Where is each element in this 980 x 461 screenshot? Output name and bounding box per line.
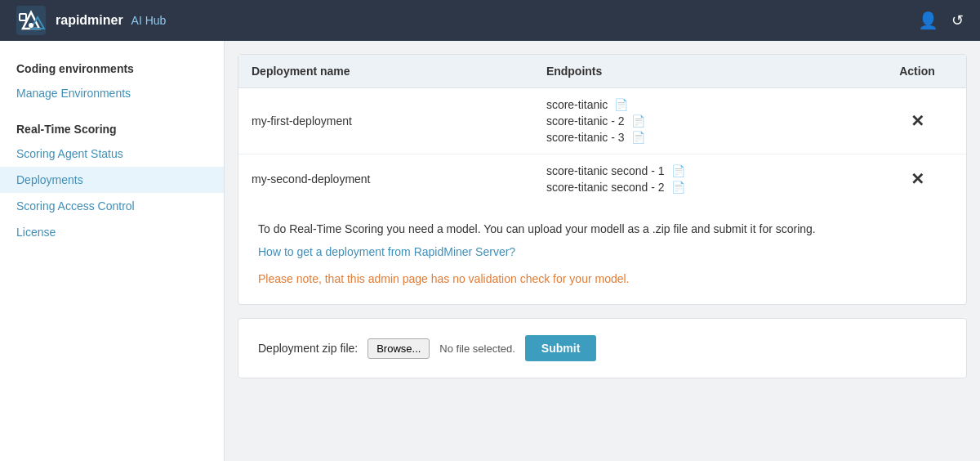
sidebar: Coding environments Manage Environments … — [0, 41, 225, 461]
endpoint-row: score-titanic second - 1 📄 — [546, 163, 855, 179]
main-layout: Coding environments Manage Environments … — [0, 41, 980, 461]
browse-button[interactable]: Browse... — [368, 338, 430, 359]
sidebar-section-scoring: Real-Time Scoring — [0, 114, 224, 141]
endpoint-label: score-titanic second - 2 — [546, 181, 665, 194]
col-endpoints: Endpoints — [533, 55, 868, 88]
brand-name: rapidminer AI Hub — [56, 13, 166, 28]
deployment-name-1: my-first-deployment — [238, 88, 533, 154]
endpoint-label: score-titanic - 2 — [546, 114, 625, 128]
endpoint-label: score-titanic — [546, 98, 608, 111]
action-cell-1: ✕ — [868, 88, 966, 154]
endpoint-row: score-titanic - 3 📄 — [546, 129, 855, 145]
sidebar-item-license[interactable]: License — [0, 219, 224, 245]
action-cell-2: ✕ — [868, 154, 966, 204]
endpoint-label: score-titanic second - 1 — [546, 164, 665, 177]
copy-icon[interactable]: 📄 — [631, 114, 645, 128]
upload-section: Deployment zip file: Browse... No file s… — [238, 319, 966, 378]
logout-icon[interactable]: ↺ — [951, 11, 964, 29]
copy-icon[interactable]: 📄 — [614, 98, 628, 111]
endpoint-label: score-titanic - 3 — [546, 131, 625, 144]
endpoints-2: score-titanic second - 1 📄 score-titanic… — [533, 154, 868, 204]
delete-button-1[interactable]: ✕ — [904, 111, 931, 131]
endpoint-row: score-titanic - 2 📄 — [546, 113, 855, 129]
endpoint-row: score-titanic 📄 — [546, 96, 855, 113]
svg-point-4 — [29, 23, 33, 28]
info-link[interactable]: How to get a deployment from RapidMiner … — [258, 245, 515, 258]
delete-button-2[interactable]: ✕ — [904, 169, 931, 189]
logo-icon — [16, 6, 46, 35]
copy-icon[interactable]: 📄 — [631, 131, 645, 144]
submit-button[interactable]: Submit — [525, 335, 596, 361]
header: rapidminer AI Hub 👤 ↺ — [0, 0, 980, 41]
endpoint-row: score-titanic second - 2 📄 — [546, 179, 855, 195]
deployments-table-card: Deployment name Endpoints Action my-firs… — [238, 54, 967, 305]
endpoints-1: score-titanic 📄 score-titanic - 2 📄 scor… — [533, 88, 868, 154]
sidebar-item-scoring-access-control[interactable]: Scoring Access Control — [0, 193, 224, 219]
table-row: my-first-deployment score-titanic 📄 scor… — [238, 88, 966, 154]
sidebar-item-scoring-agent-status[interactable]: Scoring Agent Status — [0, 141, 224, 167]
copy-icon[interactable]: 📄 — [671, 164, 685, 177]
header-left: rapidminer AI Hub — [16, 6, 166, 35]
info-section: To do Real-Time Scoring you need a model… — [238, 204, 966, 304]
deployments-table: Deployment name Endpoints Action my-firs… — [238, 55, 966, 204]
user-icon[interactable]: 👤 — [918, 11, 938, 30]
col-action: Action — [868, 55, 966, 88]
sidebar-item-deployments[interactable]: Deployments — [0, 167, 224, 193]
info-text-1: To do Real-Time Scoring you need a model… — [258, 220, 947, 238]
sidebar-section-coding: Coding environments — [0, 54, 224, 80]
header-right: 👤 ↺ — [918, 11, 964, 30]
copy-icon[interactable]: 📄 — [671, 181, 685, 194]
table-row: my-second-deployment score-titanic secon… — [238, 154, 966, 204]
upload-card: Deployment zip file: Browse... No file s… — [238, 318, 967, 378]
table-header-row: Deployment name Endpoints Action — [238, 55, 966, 88]
deployment-name-2: my-second-deployment — [238, 154, 533, 204]
no-file-text: No file selected. — [439, 342, 515, 355]
col-deployment-name: Deployment name — [238, 55, 533, 88]
info-warning-text: Please note, that this admin page has no… — [258, 270, 947, 288]
sidebar-item-manage-environments[interactable]: Manage Environments — [0, 80, 224, 106]
upload-label: Deployment zip file: — [258, 342, 358, 355]
content-area: Deployment name Endpoints Action my-firs… — [225, 41, 980, 461]
